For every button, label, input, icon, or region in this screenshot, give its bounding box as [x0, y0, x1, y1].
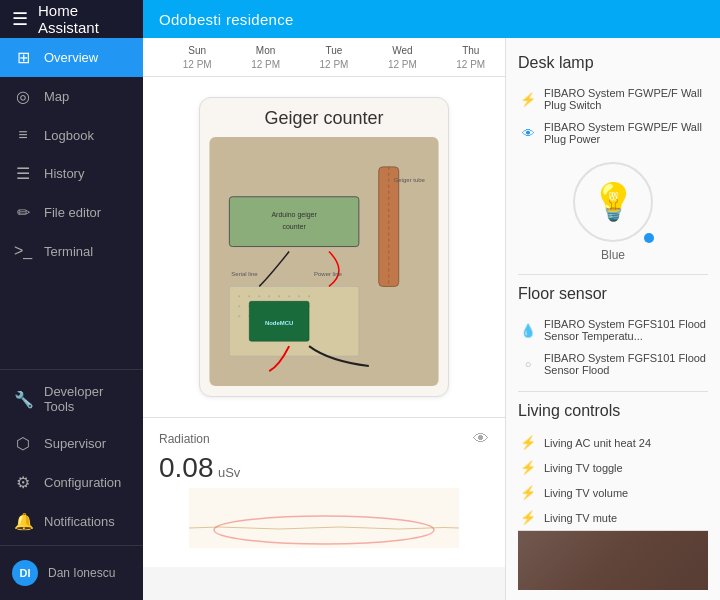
device-flood-sensor[interactable]: ○ FIBARO System FGFS101 Flood Sensor Flo…: [518, 347, 708, 381]
supervisor-icon: ⬡: [14, 434, 32, 453]
sidebar-label-supervisor: Supervisor: [44, 436, 106, 451]
day-label-thu: Thu 12 PM: [456, 44, 485, 72]
history-icon: ☰: [14, 164, 32, 183]
drop-icon-1: 💧: [520, 323, 536, 338]
svg-point-16: [238, 315, 240, 317]
sidebar-top: ⊞ Overview ◎ Map ≡ Logbook ☰ History ✏ F…: [0, 38, 143, 365]
geiger-area: Geiger counter Arduino geiger counter Ge…: [143, 77, 505, 417]
sidebar-item-logbook[interactable]: ≡ Logbook: [0, 116, 143, 154]
left-panel: Sun 12 PM Mon 12 PM Tue 12 PM Wed 12 PM: [143, 38, 505, 600]
sidebar-item-overview[interactable]: ⊞ Overview: [0, 38, 143, 77]
sidebar-item-history[interactable]: ☰ History: [0, 154, 143, 193]
radiation-label: Radiation: [159, 432, 210, 446]
radiation-value-row: 0.08 uSv: [159, 452, 489, 484]
sidebar-label-history: History: [44, 166, 84, 181]
device-wall-plug-switch[interactable]: ⚡ FIBARO System FGWPE/F Wall Plug Switch: [518, 82, 708, 116]
svg-point-21: [288, 295, 290, 297]
avatar: DI: [12, 560, 38, 586]
radiation-value: 0.08: [159, 452, 214, 483]
day-label-tue: Tue 12 PM: [320, 44, 349, 72]
bolt-icon-4: ⚡: [520, 485, 536, 500]
svg-text:NodeMCU: NodeMCU: [265, 320, 294, 326]
sidebar-label-overview: Overview: [44, 50, 98, 65]
lamp-ring: 💡: [573, 162, 653, 242]
day-label-sun: Sun 12 PM: [183, 44, 212, 72]
svg-point-10: [258, 295, 260, 297]
device-tv-mute[interactable]: ⚡ Living TV mute: [518, 505, 708, 530]
main-layout: ⊞ Overview ◎ Map ≡ Logbook ☰ History ✏ F…: [0, 38, 720, 600]
sidebar-label-logbook: Logbook: [44, 128, 94, 143]
section-divider-1: [518, 274, 708, 275]
sidebar-item-file-editor[interactable]: ✏ File editor: [0, 193, 143, 232]
developer-tools-icon: 🔧: [14, 390, 32, 409]
radiation-chart-area: [159, 488, 489, 558]
sidebar-item-configuration[interactable]: ⚙ Configuration: [0, 463, 143, 502]
sidebar-item-supervisor[interactable]: ⬡ Supervisor: [0, 424, 143, 463]
svg-point-11: [268, 295, 270, 297]
geiger-card: Geiger counter Arduino geiger counter Ge…: [199, 97, 449, 397]
device-tv-volume[interactable]: ⚡ Living TV volume: [518, 480, 708, 505]
file-editor-icon: ✏: [14, 203, 32, 222]
svg-text:Arduino geiger: Arduino geiger: [271, 211, 317, 219]
desk-lamp-title: Desk lamp: [518, 54, 708, 72]
device-name-power: FIBARO System FGWPE/F Wall Plug Power: [544, 121, 706, 145]
circle-icon-1: ○: [520, 358, 536, 370]
sidebar-item-notifications[interactable]: 🔔 Notifications: [0, 502, 143, 541]
logbook-icon: ≡: [14, 126, 32, 144]
sidebar-user[interactable]: DI Dan Ionescu: [0, 550, 143, 596]
top-bar: ☰ Home Assistant Odobesti residence: [0, 0, 720, 38]
content-area: Sun 12 PM Mon 12 PM Tue 12 PM Wed 12 PM: [143, 38, 720, 600]
device-ac-unit[interactable]: ⚡ Living AC unit heat 24: [518, 430, 708, 455]
geiger-title: Geiger counter: [264, 108, 383, 129]
device-tv-toggle[interactable]: ⚡ Living TV toggle: [518, 455, 708, 480]
right-panel: Desk lamp ⚡ FIBARO System FGWPE/F Wall P…: [505, 38, 720, 600]
device-name-flood-temp: FIBARO System FGFS101 Flood Sensor Tempe…: [544, 318, 706, 342]
configuration-icon: ⚙: [14, 473, 32, 492]
sidebar-label-file-editor: File editor: [44, 205, 101, 220]
overview-icon: ⊞: [14, 48, 32, 67]
svg-text:counter: counter: [282, 223, 306, 230]
sidebar-item-terminal[interactable]: >_ Terminal: [0, 232, 143, 270]
radiation-eye-icon[interactable]: 👁: [473, 430, 489, 448]
svg-point-12: [238, 305, 240, 307]
page-title: Odobesti residence: [159, 11, 294, 28]
sidebar-label-configuration: Configuration: [44, 475, 121, 490]
svg-point-22: [298, 295, 300, 297]
device-name-switch: FIBARO System FGWPE/F Wall Plug Switch: [544, 87, 706, 111]
top-bar-content: Odobesti residence: [143, 0, 720, 38]
bottom-image-overlay: [518, 531, 708, 590]
sidebar: ⊞ Overview ◎ Map ≡ Logbook ☰ History ✏ F…: [0, 38, 143, 600]
map-icon: ◎: [14, 87, 32, 106]
day-label-mon: Mon 12 PM: [251, 44, 280, 72]
eye-icon-1: 👁: [520, 126, 536, 141]
svg-text:Geiger tube: Geiger tube: [394, 177, 426, 183]
svg-text:Power line: Power line: [314, 271, 343, 277]
lamp-color-label: Blue: [601, 248, 625, 262]
radiation-unit: uSv: [218, 465, 240, 480]
lamp-visual[interactable]: 💡 Blue: [518, 162, 708, 262]
bolt-icon-1: ⚡: [520, 92, 536, 107]
living-controls-title: Living controls: [518, 402, 708, 420]
svg-point-9: [248, 295, 250, 297]
bolt-icon-2: ⚡: [520, 435, 536, 450]
app-brand: ☰ Home Assistant: [0, 0, 143, 38]
sidebar-label-map: Map: [44, 89, 69, 104]
sidebar-item-map[interactable]: ◎ Map: [0, 77, 143, 116]
sidebar-divider-2: [0, 545, 143, 546]
day-label-wed: Wed 12 PM: [388, 44, 417, 72]
radiation-chart-svg: [159, 488, 489, 548]
device-name-flood: FIBARO System FGFS101 Flood Sensor Flood: [544, 352, 706, 376]
app-title: Home Assistant: [38, 2, 131, 36]
bottom-image: [518, 530, 708, 590]
device-name-tv-volume: Living TV volume: [544, 487, 628, 499]
menu-icon[interactable]: ☰: [12, 8, 28, 30]
notifications-icon: 🔔: [14, 512, 32, 531]
user-name: Dan Ionescu: [48, 566, 115, 580]
device-wall-plug-power[interactable]: 👁 FIBARO System FGWPE/F Wall Plug Power: [518, 116, 708, 150]
floor-sensor-title: Floor sensor: [518, 285, 708, 303]
device-flood-temp[interactable]: 💧 FIBARO System FGFS101 Flood Sensor Tem…: [518, 313, 708, 347]
device-name-tv-toggle: Living TV toggle: [544, 462, 623, 474]
sidebar-item-developer-tools[interactable]: 🔧 Developer Tools: [0, 374, 143, 424]
svg-text:Serial line: Serial line: [231, 271, 258, 277]
chart-header: Sun 12 PM Mon 12 PM Tue 12 PM Wed 12 PM: [143, 38, 505, 77]
